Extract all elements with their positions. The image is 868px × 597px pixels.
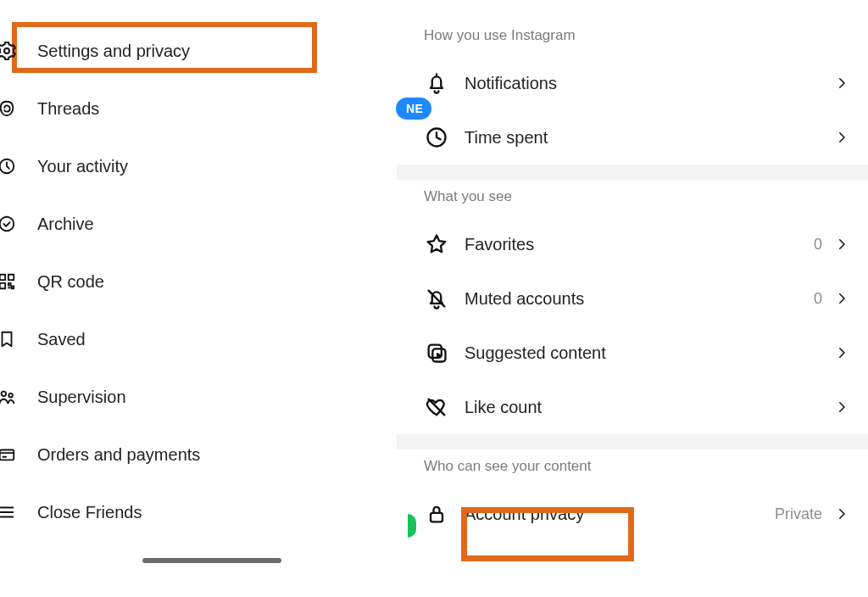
section-header-who-can-see: Who can see your content [412, 449, 868, 487]
menu-item-qr-code[interactable]: QR code [0, 253, 412, 310]
menu-item-label: Your activity [37, 157, 128, 176]
chevron-right-icon [834, 237, 849, 252]
svg-rect-8 [0, 450, 14, 460]
home-indicator [142, 558, 281, 563]
menu-item-label: Orders and payments [37, 445, 200, 465]
menu-item-threads[interactable]: Threads [0, 80, 412, 137]
svg-point-0 [4, 48, 9, 53]
supervision-icon [0, 386, 17, 408]
heart-off-icon [424, 394, 449, 420]
chevron-right-icon [834, 506, 849, 522]
row-label: Suggested content [465, 343, 834, 363]
row-label: Muted accounts [465, 289, 814, 309]
row-value: Private [775, 505, 822, 523]
menu-item-supervision[interactable]: Supervision [0, 368, 412, 426]
menu-item-orders-payments[interactable]: Orders and payments [0, 426, 412, 483]
section-divider [397, 165, 868, 180]
menu-item-close-friends[interactable]: Close Friends [0, 483, 412, 541]
bookmark-icon [0, 328, 17, 350]
menu-item-saved[interactable]: Saved [0, 310, 412, 368]
menu-item-label: Settings and privacy [37, 42, 190, 61]
bell-off-icon [424, 286, 449, 311]
row-label: Favorites [465, 235, 814, 254]
svg-rect-12 [431, 513, 442, 522]
star-icon [424, 232, 449, 257]
svg-rect-3 [0, 275, 5, 280]
menu-item-settings-privacy[interactable]: Settings and privacy [0, 22, 412, 80]
row-notifications[interactable]: Notifications [412, 56, 868, 110]
qr-code-icon [0, 271, 17, 293]
gear-icon [0, 40, 17, 62]
menu-item-label: QR code [37, 272, 104, 292]
row-suggested-content[interactable]: Suggested content [412, 326, 868, 380]
menu-item-label: Archive [37, 215, 94, 234]
row-account-privacy[interactable]: Account privacy Private [412, 487, 868, 541]
chevron-right-icon [834, 75, 849, 91]
row-favorites[interactable]: Favorites 0 [412, 217, 868, 271]
card-icon [0, 444, 17, 466]
row-like-count[interactable]: Like count [412, 380, 868, 434]
menu-item-label: Threads [37, 99, 99, 119]
list-icon [0, 501, 17, 523]
svg-point-6 [2, 392, 6, 397]
clock-icon [424, 125, 449, 150]
svg-point-7 [8, 393, 13, 398]
menu-item-label: Saved [37, 330, 86, 349]
chevron-right-icon [834, 345, 849, 360]
row-time-spent[interactable]: Time spent [412, 110, 868, 165]
threads-icon [0, 98, 17, 120]
svg-point-2 [0, 217, 14, 232]
row-label: Account privacy [465, 505, 775, 524]
archive-icon [0, 213, 17, 235]
menu-item-your-activity[interactable]: Your activity [0, 137, 412, 195]
activity-icon [0, 155, 17, 177]
menu-item-label: Close Friends [37, 503, 142, 522]
bell-icon [424, 70, 449, 96]
menu-item-label: Supervision [37, 388, 126, 407]
row-label: Like count [465, 398, 834, 417]
media-icon [424, 340, 449, 365]
section-divider [397, 434, 868, 449]
section-header-how-you-use: How you use Instagram [412, 19, 868, 56]
row-value: 0 [814, 236, 822, 254]
row-value: 0 [814, 290, 822, 308]
row-label: Time spent [465, 128, 834, 148]
settings-detail: How you use Instagram Notifications Time… [412, 0, 868, 597]
row-label: Notifications [465, 74, 834, 93]
svg-rect-4 [8, 275, 14, 280]
chevron-right-icon [834, 130, 849, 145]
profile-menu: Settings and privacy Threads Your activi… [0, 0, 412, 597]
row-muted-accounts[interactable]: Muted accounts 0 [412, 271, 868, 326]
lock-icon [424, 501, 449, 527]
chevron-right-icon [834, 291, 849, 306]
section-header-what-you-see: What you see [412, 180, 868, 217]
chevron-right-icon [834, 399, 849, 415]
svg-rect-5 [0, 283, 5, 288]
menu-item-archive[interactable]: Archive [0, 195, 412, 253]
